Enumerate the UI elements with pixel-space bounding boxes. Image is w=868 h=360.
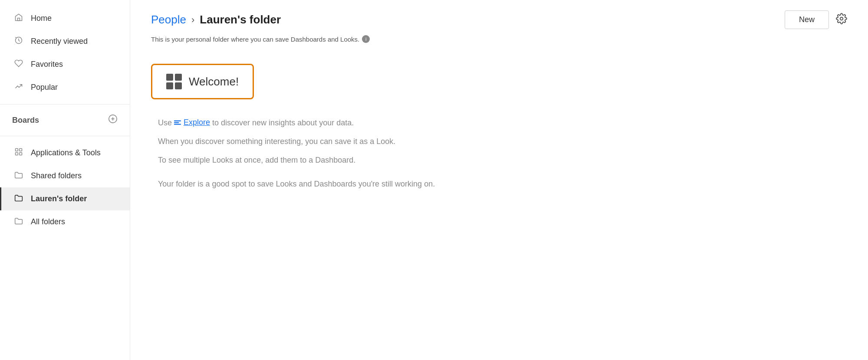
- sidebar-item-shared-folders[interactable]: Shared folders: [0, 164, 130, 187]
- sidebar-label-favorites: Favorites: [31, 60, 63, 69]
- breadcrumb-current: Lauren's folder: [200, 13, 281, 26]
- subtitle-text: This is your personal folder where you c…: [151, 36, 359, 43]
- info-line-2-text: When you discover something interesting,…: [158, 137, 395, 146]
- boards-label: Boards: [12, 116, 39, 125]
- info-line-2: When you discover something interesting,…: [158, 136, 847, 147]
- new-button[interactable]: New: [785, 10, 829, 29]
- info-line-3: To see multiple Looks at once, add them …: [158, 154, 847, 166]
- info-line-3-text: To see multiple Looks at once, add them …: [158, 156, 355, 164]
- recently-viewed-icon: [13, 36, 24, 47]
- grid-cell-4: [175, 82, 182, 89]
- svg-rect-8: [20, 153, 22, 155]
- sidebar-label-popular: Popular: [31, 83, 58, 92]
- svg-rect-12: [174, 124, 181, 124]
- favorites-icon: [13, 59, 24, 70]
- main-content: People › Lauren's folder New This is you…: [130, 0, 868, 360]
- sidebar-item-favorites[interactable]: Favorites: [0, 53, 130, 76]
- sidebar-item-laurens-folder[interactable]: Lauren's folder: [0, 187, 130, 210]
- page-subtitle: This is your personal folder where you c…: [130, 33, 868, 53]
- svg-rect-10: [174, 120, 181, 121]
- grid-cell-3: [166, 82, 173, 89]
- welcome-card[interactable]: Welcome!: [151, 64, 254, 99]
- sidebar-label-laurens-folder: Lauren's folder: [31, 194, 87, 203]
- svg-rect-7: [16, 153, 18, 155]
- boards-section-header: Boards: [0, 110, 130, 131]
- home-icon: [13, 13, 24, 24]
- popular-icon: [13, 82, 24, 93]
- info-line-1-suffix: to discover new insights about your data…: [212, 118, 354, 127]
- info-lines: Use Explore to discover new insights abo…: [151, 117, 847, 190]
- grid-cell-2: [175, 74, 182, 81]
- all-folders-icon: [13, 216, 24, 227]
- svg-rect-0: [18, 18, 20, 21]
- info-line-4-text: Your folder is a good spot to save Looks…: [158, 180, 435, 188]
- sidebar-divider-1: [0, 104, 130, 105]
- breadcrumb-people[interactable]: People: [151, 13, 186, 26]
- shared-folders-icon: [13, 170, 24, 181]
- svg-rect-11: [174, 122, 179, 123]
- sidebar-divider-2: [0, 136, 130, 136]
- breadcrumb: People › Lauren's folder: [151, 13, 281, 26]
- grid-cell-1: [166, 74, 173, 81]
- explore-link[interactable]: Explore: [174, 117, 210, 128]
- content-area: Welcome! Use Explore to discover new ins…: [130, 53, 868, 200]
- sidebar: Home Recently viewed Favorites Popular: [0, 0, 130, 360]
- svg-rect-5: [16, 149, 18, 151]
- sidebar-label-recently-viewed: Recently viewed: [31, 37, 88, 46]
- sidebar-label-shared-folders: Shared folders: [31, 171, 82, 180]
- top-bar-actions: New: [785, 10, 847, 29]
- sidebar-item-all-folders[interactable]: All folders: [0, 210, 130, 233]
- sidebar-label-home: Home: [31, 14, 52, 23]
- welcome-grid-icon: [166, 74, 182, 89]
- sidebar-label-all-folders: All folders: [31, 217, 65, 226]
- info-icon[interactable]: i: [362, 35, 370, 43]
- laurens-folder-icon: [13, 193, 24, 204]
- top-bar: People › Lauren's folder New: [130, 0, 868, 33]
- info-line-1-prefix: Use: [158, 118, 174, 127]
- add-board-icon[interactable]: [108, 114, 118, 126]
- applications-tools-icon: [13, 147, 24, 158]
- svg-point-9: [840, 17, 843, 20]
- sidebar-item-recently-viewed[interactable]: Recently viewed: [0, 30, 130, 53]
- info-line-4: Your folder is a good spot to save Looks…: [158, 178, 847, 190]
- sidebar-item-popular[interactable]: Popular: [0, 76, 130, 99]
- sidebar-label-applications-tools: Applications & Tools: [31, 148, 101, 157]
- info-line-1: Use Explore to discover new insights abo…: [158, 117, 847, 129]
- breadcrumb-separator: ›: [191, 14, 194, 26]
- welcome-title: Welcome!: [189, 75, 239, 88]
- explore-link-text: Explore: [184, 117, 210, 128]
- svg-rect-6: [20, 149, 22, 151]
- sidebar-item-applications-tools[interactable]: Applications & Tools: [0, 141, 130, 164]
- settings-icon[interactable]: [836, 13, 847, 27]
- sidebar-item-home[interactable]: Home: [0, 7, 130, 30]
